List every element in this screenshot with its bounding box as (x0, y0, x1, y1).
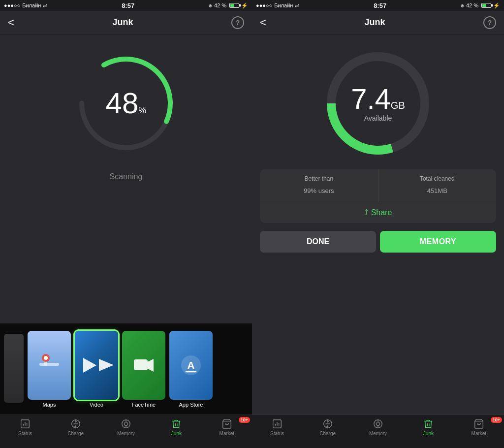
appstore-thumb: A (169, 331, 213, 400)
maps-icon (37, 353, 62, 378)
appstore-bg: A (169, 331, 213, 400)
left-scanning-text: Scanning (110, 172, 143, 181)
right-tab-charge-icon (322, 418, 334, 430)
app-switcher[interactable]: Maps Video (0, 323, 252, 415)
app-card-facetime[interactable]: FaceTime (122, 331, 165, 408)
video-thumb (75, 331, 118, 400)
right-battery-pct: 42 % (466, 2, 478, 8)
right-tab-memory-label: Memory (369, 431, 387, 436)
appstore-name: App Store (179, 402, 203, 408)
left-battery-pct: 42 % (214, 2, 226, 8)
left-panel: ●●●○○ Билайн ⇌ 8:57 ⎈ 42 % ⚡ < Junk ? (0, 0, 252, 448)
left-tab-memory-label: Memory (117, 431, 135, 436)
left-tab-status[interactable]: Status (0, 418, 50, 436)
left-charging-icon: ⚡ (241, 2, 248, 9)
right-tab-memory[interactable]: Memory (353, 418, 403, 436)
right-tab-charge[interactable]: Charge (302, 418, 352, 436)
right-donut: 7.4GB Available (324, 49, 432, 158)
left-status-left: ●●●○○ Билайн ⇌ (4, 2, 47, 9)
right-better-label: Better than (266, 175, 372, 182)
right-status-bar: ●●●○○ Билайн ⇌ 8:57 ⎈ 42 % ⚡ (252, 0, 504, 11)
left-tab-status-label: Status (18, 431, 32, 436)
right-carrier: Билайн (274, 2, 293, 8)
right-wifi-icon: ⇌ (295, 2, 299, 9)
right-cleaned-label: Total cleaned (384, 175, 491, 182)
right-done-button[interactable]: DONE (260, 231, 376, 253)
maps-thumb (28, 331, 71, 400)
svg-text:A: A (187, 359, 195, 372)
right-tab-status-icon (271, 418, 283, 430)
app-card-maps[interactable]: Maps (28, 331, 71, 408)
right-share-button[interactable]: ⤴ Share (266, 208, 490, 217)
left-tab-memory[interactable]: Memory (101, 418, 151, 436)
left-carrier: Билайн (22, 2, 41, 8)
left-nav-bar: < Junk ? (0, 11, 252, 34)
left-tab-memory-icon (120, 418, 132, 430)
app-card-appstore[interactable]: A App Store (169, 331, 213, 408)
left-status-bar: ●●●○○ Билайн ⇌ 8:57 ⎈ 42 % ⚡ (0, 0, 252, 11)
right-donut-center: 7.4GB Available (351, 85, 405, 122)
maps-name: Maps (43, 402, 56, 408)
left-tab-charge[interactable]: Charge (50, 418, 100, 436)
right-share-label: Share (371, 208, 392, 217)
left-tab-junk-icon (170, 418, 182, 430)
right-better-suffix: % users (311, 187, 334, 194)
left-help-button[interactable]: ? (231, 16, 244, 29)
left-gauge-value: 48 (106, 87, 139, 120)
right-tab-junk[interactable]: Junk (403, 418, 453, 436)
left-tab-junk[interactable]: Junk (151, 418, 201, 436)
left-gauge-center: 48% (106, 89, 147, 118)
appstore-icon: A (179, 353, 203, 378)
left-gauge: 48% (72, 49, 180, 158)
right-better-value: 99% users (266, 183, 372, 196)
left-signal: ●●●○○ (4, 2, 20, 8)
right-share-icon: ⤴ (364, 208, 368, 217)
right-help-button[interactable]: ? (483, 16, 496, 29)
right-share-row[interactable]: ⤴ Share (260, 202, 496, 223)
left-status-right: ⎈ 42 % ⚡ (209, 2, 248, 9)
left-tab-market-badge: 10+ (239, 417, 250, 423)
right-cleaned-value: 451MB (384, 183, 491, 196)
partial-thumb (4, 334, 24, 403)
svg-marker-8 (148, 359, 154, 372)
right-cleaned-number: 451 (427, 187, 438, 194)
right-time: 8:57 (374, 2, 386, 9)
right-tab-junk-label: Junk (423, 431, 434, 436)
right-better-number: 99 (304, 187, 311, 194)
left-tab-market-label: Market (220, 431, 235, 436)
right-tab-market-badge: 10+ (491, 417, 502, 423)
right-stats-row: Better than 99% users Total cleaned 451M… (260, 169, 496, 202)
video-name: Video (90, 402, 103, 408)
right-stats-better: Better than 99% users (260, 169, 378, 202)
right-tab-market[interactable]: 10+ Market (454, 418, 504, 436)
right-status-left: ●●●○○ Билайн ⇌ (256, 2, 299, 9)
right-signal: ●●●○○ (256, 2, 272, 8)
svg-marker-6 (83, 358, 96, 373)
right-tab-charge-label: Charge (319, 431, 336, 436)
left-tab-bar: Status Charge Memory (0, 415, 252, 448)
right-tab-status[interactable]: Status (252, 418, 302, 436)
facetime-bg (122, 331, 165, 400)
right-donut-value: 7.4 (351, 83, 391, 115)
right-bluetooth-icon: ⎈ (461, 2, 464, 8)
right-back-button[interactable]: < (260, 16, 266, 29)
right-stats-box: Better than 99% users Total cleaned 451M… (260, 169, 496, 223)
right-charging-icon: ⚡ (493, 2, 500, 9)
right-tab-status-label: Status (270, 431, 284, 436)
right-action-buttons: DONE MEMORY (252, 227, 504, 258)
svg-rect-2 (39, 363, 59, 366)
left-back-button[interactable]: < (8, 16, 14, 29)
left-gauge-unit: % (138, 105, 146, 115)
facetime-name: FaceTime (132, 402, 156, 408)
right-status-right: ⎈ 42 % ⚡ (461, 2, 500, 9)
left-time: 8:57 (122, 2, 134, 9)
right-main-content: 7.4GB Available Better than 99% users To… (252, 34, 504, 415)
left-tab-junk-label: Junk (171, 431, 182, 436)
facetime-icon (131, 353, 156, 378)
left-bluetooth-icon: ⎈ (209, 2, 212, 8)
left-tab-market[interactable]: 10+ Market (202, 418, 252, 436)
app-card-video[interactable]: Video (75, 331, 118, 408)
right-memory-button[interactable]: MEMORY (380, 231, 496, 253)
right-stats-cleaned: Total cleaned 451MB (378, 169, 497, 202)
left-tab-charge-label: Charge (67, 431, 84, 436)
